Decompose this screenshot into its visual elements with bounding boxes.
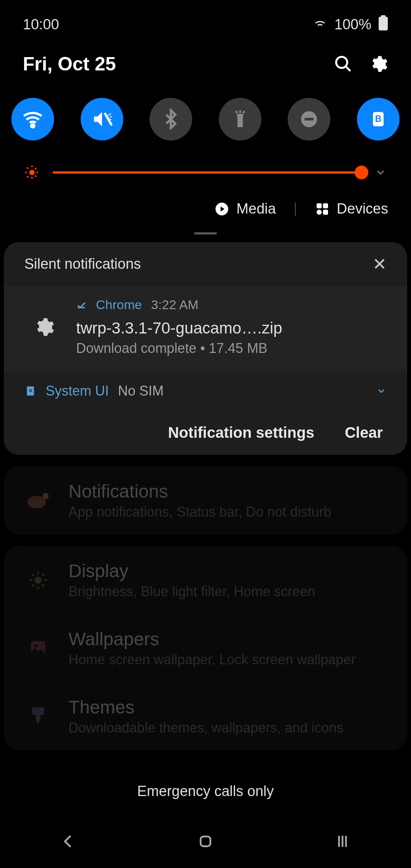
system-app-label: System UI bbox=[46, 383, 109, 399]
svg-line-20 bbox=[27, 176, 29, 177]
svg-line-8 bbox=[243, 111, 245, 113]
svg-rect-31 bbox=[27, 496, 46, 508]
clear-button[interactable]: Clear bbox=[345, 424, 383, 441]
svg-line-39 bbox=[43, 584, 45, 586]
settings-icon[interactable] bbox=[368, 54, 388, 74]
status-bar: 10:00 100% bbox=[0, 0, 411, 41]
svg-rect-24 bbox=[317, 203, 322, 208]
svg-line-19 bbox=[35, 176, 37, 177]
notifications-icon bbox=[27, 489, 49, 512]
svg-point-4 bbox=[31, 124, 34, 127]
panel-handle[interactable] bbox=[194, 232, 217, 235]
notification-title: twrp-3.3.1-70-guacamo….zip bbox=[76, 319, 388, 337]
search-icon[interactable] bbox=[333, 54, 353, 74]
brightness-expand[interactable] bbox=[373, 166, 388, 179]
media-divider bbox=[295, 202, 296, 216]
svg-line-18 bbox=[27, 168, 29, 169]
notification-item[interactable]: Chrome 3:22 AM twrp-3.3.1-70-guacamo….zi… bbox=[4, 286, 407, 372]
nav-bar bbox=[0, 815, 411, 868]
svg-line-21 bbox=[35, 168, 37, 169]
toggle-flashlight[interactable] bbox=[219, 98, 261, 140]
nav-back[interactable] bbox=[57, 830, 80, 853]
notification-app-icon bbox=[23, 297, 65, 356]
settings-item-themes[interactable]: Themes Downloadable themes, wallpapers, … bbox=[4, 682, 407, 750]
settings-sub: Brightness, Blue light filter, Home scre… bbox=[68, 584, 384, 600]
settings-title: Themes bbox=[68, 697, 384, 718]
devices-button[interactable]: Devices bbox=[315, 201, 388, 217]
settings-background: Notifications App notifications, Status … bbox=[0, 455, 411, 750]
nav-home[interactable] bbox=[194, 830, 217, 853]
notification-actions: Notification settings Clear bbox=[4, 410, 407, 455]
settings-item-display[interactable]: Display Brightness, Blue light filter, H… bbox=[4, 546, 407, 614]
brightness-thumb[interactable] bbox=[355, 166, 368, 179]
settings-title: Display bbox=[68, 560, 384, 581]
svg-rect-46 bbox=[201, 836, 210, 846]
settings-sub: Downloadable themes, wallpapers, and ico… bbox=[68, 720, 384, 736]
toggle-blue-light[interactable]: B bbox=[357, 98, 400, 140]
toggle-wifi[interactable] bbox=[11, 98, 54, 140]
notification-subtitle: Download complete • 17.45 MB bbox=[76, 340, 388, 356]
battery-text: 100% bbox=[335, 16, 371, 33]
system-notification[interactable]: ✕ System UI No SIM bbox=[4, 372, 407, 410]
wallpapers-icon bbox=[27, 637, 49, 660]
brightness-icon bbox=[23, 163, 41, 182]
svg-text:✕: ✕ bbox=[28, 388, 33, 394]
svg-rect-45 bbox=[36, 715, 40, 720]
settings-item-notifications[interactable]: Notifications App notifications, Status … bbox=[4, 466, 407, 535]
battery-icon bbox=[378, 15, 388, 34]
toggle-dnd[interactable] bbox=[288, 98, 330, 140]
brightness-slider[interactable] bbox=[53, 171, 362, 174]
chevron-down-icon[interactable] bbox=[376, 386, 387, 396]
settings-item-wallpapers[interactable]: Wallpapers Home screen wallpaper, Lock s… bbox=[4, 614, 407, 682]
devices-label: Devices bbox=[337, 201, 388, 217]
media-button[interactable]: Media bbox=[214, 201, 276, 217]
silent-header: Silent notifications ✕ bbox=[4, 242, 407, 286]
silent-header-label: Silent notifications bbox=[24, 256, 141, 272]
svg-rect-26 bbox=[317, 209, 322, 214]
date-text: Fri, Oct 25 bbox=[23, 53, 116, 75]
notification-app: Chrome bbox=[96, 297, 142, 312]
themes-icon bbox=[27, 705, 49, 728]
status-right: 100% bbox=[312, 15, 388, 34]
svg-line-38 bbox=[32, 574, 34, 576]
notification-settings-button[interactable]: Notification settings bbox=[168, 424, 314, 441]
notification-panel: Silent notifications ✕ Chrome 3:22 AM tw… bbox=[4, 242, 407, 455]
svg-point-13 bbox=[29, 170, 35, 175]
system-status: No SIM bbox=[118, 383, 164, 399]
svg-point-33 bbox=[35, 576, 42, 584]
svg-rect-10 bbox=[305, 118, 314, 121]
dismiss-silent-icon[interactable]: ✕ bbox=[373, 254, 387, 274]
svg-point-2 bbox=[336, 57, 347, 68]
svg-rect-27 bbox=[323, 209, 328, 214]
emergency-text: Emergency calls only bbox=[0, 783, 411, 799]
svg-rect-25 bbox=[323, 203, 328, 208]
media-label: Media bbox=[236, 201, 276, 217]
svg-point-43 bbox=[34, 644, 37, 647]
svg-rect-1 bbox=[381, 15, 386, 18]
toggle-mute-vibrate[interactable] bbox=[81, 98, 123, 140]
svg-line-41 bbox=[43, 574, 45, 576]
brightness-row bbox=[0, 148, 411, 193]
display-icon bbox=[27, 569, 49, 592]
toggle-bluetooth[interactable] bbox=[150, 98, 192, 140]
status-time: 10:00 bbox=[23, 16, 59, 33]
svg-point-32 bbox=[43, 493, 49, 499]
svg-text:B: B bbox=[375, 114, 382, 124]
settings-title: Notifications bbox=[68, 481, 384, 502]
svg-rect-44 bbox=[32, 707, 44, 715]
settings-sub: App notifications, Status bar, Do not di… bbox=[68, 504, 384, 520]
nav-recents[interactable] bbox=[331, 830, 354, 853]
svg-rect-0 bbox=[379, 17, 388, 30]
quick-toggles: B bbox=[0, 86, 411, 148]
date-row: Fri, Oct 25 bbox=[0, 41, 411, 86]
notification-time: 3:22 AM bbox=[151, 297, 199, 312]
settings-title: Wallpapers bbox=[68, 629, 384, 649]
media-devices-row: Media Devices bbox=[0, 193, 411, 228]
wifi-icon bbox=[312, 15, 328, 34]
svg-line-40 bbox=[32, 584, 34, 586]
svg-line-3 bbox=[346, 66, 350, 71]
settings-sub: Home screen wallpaper, Lock screen wallp… bbox=[68, 652, 384, 668]
svg-line-7 bbox=[236, 111, 237, 113]
